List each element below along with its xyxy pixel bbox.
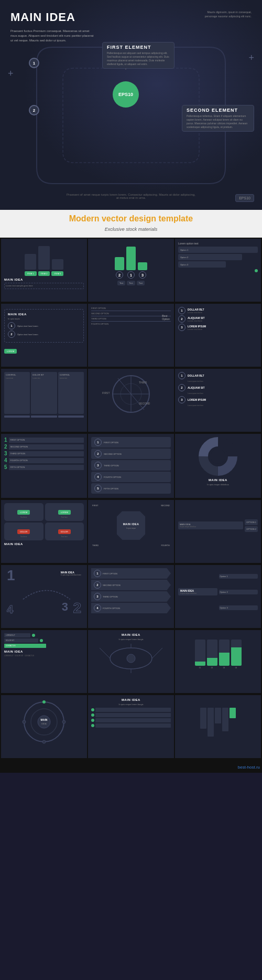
svg-text:FIRST: FIRST bbox=[102, 391, 110, 395]
tpl19-title: MAIN IDEA bbox=[4, 650, 84, 653]
hero-bottom-text: Praesent of amet neque turpis lorem lore… bbox=[66, 193, 196, 199]
plus-icon-left: + bbox=[8, 68, 14, 79]
num-box-1: 1 bbox=[29, 58, 39, 68]
num-circle-1: 1 bbox=[29, 58, 39, 68]
template-11: 1 FIRST OPTION 2 SECOND OPTION 3 THIRD O… bbox=[88, 434, 174, 498]
tpl14-opt1: FIRST bbox=[92, 504, 99, 507]
tpl13-btn4: DOLOR bbox=[58, 529, 71, 534]
tpl4-row2: 2 Option text here lorem bbox=[8, 331, 80, 338]
templates-grid: ITEM 1 ITEM 2 ITEM 3 MAIN IDEA Lorem tex… bbox=[0, 238, 262, 303]
svg-point-27 bbox=[42, 740, 46, 743]
svg-point-26 bbox=[42, 700, 46, 704]
tpl23-dot1 bbox=[91, 708, 94, 711]
tpl11-box2: 2 SECOND OPTION bbox=[91, 449, 171, 459]
template-7: CONTROL Lorem text DOLOR SIT Lorem text … bbox=[1, 369, 87, 432]
templates-grid-7: LOREM ELIT DOLOR SIT CONTACTUS MAIN IDEA… bbox=[0, 629, 262, 694]
tpl20-title: MAIN IDEA bbox=[91, 633, 171, 636]
svg-line-18 bbox=[152, 648, 162, 658]
tpl20-flow bbox=[91, 643, 171, 674]
template-19: LOREM ELIT DOLOR SIT CONTACTUS MAIN IDEA… bbox=[1, 630, 87, 693]
tpl3-bar3: Option 3 bbox=[178, 261, 226, 268]
tpl13-btn3: DOLOR bbox=[17, 529, 30, 534]
svg-point-29 bbox=[62, 720, 66, 723]
tpl22-circle: MAIN IDEA bbox=[4, 698, 84, 745]
tpl12-title: MAIN IDEA bbox=[178, 478, 258, 482]
first-element-box: FIRST ELEMENT Pellentesque est aliquam s… bbox=[102, 42, 174, 69]
tpl16-num2: 2 bbox=[73, 601, 81, 615]
hero-section: MAIN IDEA Praesent fuctus Premium conseq… bbox=[0, 0, 262, 210]
second-element-label: SECOND ELEMENT bbox=[187, 108, 249, 113]
tpl5-div1 bbox=[91, 311, 171, 311]
svg-point-14 bbox=[211, 449, 225, 464]
tpl4-row1: 1 Option text here lorem bbox=[8, 322, 80, 329]
tpl12-pie bbox=[178, 437, 258, 476]
num-circle-2: 2 bbox=[29, 105, 39, 115]
tpl16-num3: 4 bbox=[7, 604, 13, 615]
tpl8-circle: THIRD SECOND FIRST bbox=[91, 372, 171, 417]
hero-right-text: Mauris dignissim, ipsum in consequat, pe… bbox=[199, 10, 252, 18]
templates-grid-8: MAIN IDEA MAIN IDEA In quis neque lorem … bbox=[0, 694, 262, 759]
svg-text:SECOND: SECOND bbox=[139, 402, 150, 405]
tpl13-title: MAIN IDEA bbox=[4, 542, 84, 546]
template-8: THIRD SECOND FIRST bbox=[88, 369, 174, 432]
template-5: FIRST OPTION SECOND OPTION THIRD OPTION … bbox=[88, 304, 174, 367]
tpl12-subtitle: In quis neque doloribus bbox=[178, 483, 258, 486]
tpl5-div3 bbox=[91, 321, 171, 322]
tpl3-bar1: Option 1 bbox=[178, 247, 258, 253]
hero-title: MAIN IDEA bbox=[10, 10, 75, 24]
tpl11-box1: 1 FIRST OPTION bbox=[91, 437, 171, 448]
tpl23-dot3 bbox=[91, 719, 94, 722]
template-20: MAIN IDEA In quis neque lorem burgis bbox=[88, 630, 174, 693]
tpl6-row3: 3 LOREM IPSUM Lorem text here bbox=[178, 324, 258, 331]
eps-green-circle: EPS10 bbox=[113, 81, 139, 108]
plus-icon-right: + bbox=[248, 52, 254, 63]
tpl1-btn2: ITEM 2 bbox=[38, 271, 50, 276]
template-4: MAIN IDEA In quis turpis 1 Option text h… bbox=[1, 304, 87, 367]
banner-subtitle: Exclusive stock materials bbox=[105, 227, 158, 232]
first-element-label: FIRST ELEMENT bbox=[107, 45, 170, 50]
template-15: MAIN IDEA In quis neque doloribus OPTION… bbox=[175, 500, 261, 563]
template-22: MAIN IDEA bbox=[1, 695, 87, 758]
tpl3-dot bbox=[255, 269, 258, 272]
tpl23-dot2 bbox=[91, 713, 94, 717]
tpl14-opt4: FOURTH bbox=[161, 544, 170, 547]
svg-point-23 bbox=[38, 716, 50, 728]
tpl23-title: MAIN IDEA bbox=[91, 698, 171, 701]
tpl9-row3: 3 LOREM IPSUM bbox=[178, 396, 258, 403]
tpl4-subtitle: In quis turpis bbox=[8, 317, 80, 320]
num-box-2: 2 bbox=[29, 105, 39, 115]
template-10: 1 FIRST OPTION 2 SECOND OPTION 3 THIRD O… bbox=[1, 434, 87, 498]
tpl1-btn1: ITEM 1 bbox=[25, 271, 37, 276]
footer-watermark: best-host.ru bbox=[0, 759, 262, 773]
tpl20-subtitle: In quis neque lorem burgis bbox=[91, 638, 171, 641]
tpl11-box4: 4 FOURTH OPTION bbox=[91, 472, 171, 482]
tpl13-btn1: LOREM bbox=[17, 510, 30, 515]
svg-text:IDEA: IDEA bbox=[41, 722, 47, 725]
tpl16-num4: 3 bbox=[62, 601, 68, 613]
tpl9-row1: 1 DOLLAR BLT bbox=[178, 372, 258, 379]
svg-point-16 bbox=[127, 654, 135, 663]
templates-grid-4: 1 FIRST OPTION 2 SECOND OPTION 3 THIRD O… bbox=[0, 433, 262, 499]
tpl16-num1: 1 bbox=[7, 568, 15, 583]
template-24 bbox=[175, 695, 261, 758]
template-9: 1 DOLLAR BLT Lorem ipsum text here 2 ALI… bbox=[175, 369, 261, 432]
eps-badge: EPS10 bbox=[235, 194, 254, 202]
tpl11-box3: 3 THIRD OPTION bbox=[91, 460, 171, 471]
template-12: MAIN IDEA In quis neque doloribus bbox=[175, 434, 261, 498]
tpl23-subtitle: In quis neque lorem burgis bbox=[91, 703, 171, 706]
svg-text:THIRD: THIRD bbox=[139, 381, 147, 384]
second-element-desc: Pellentesque tellentus. Etiam if aliquam… bbox=[187, 114, 249, 129]
templates-grid-2: MAIN IDEA In quis turpis 1 Option text h… bbox=[0, 303, 262, 368]
svg-text:MAIN: MAIN bbox=[41, 718, 48, 721]
tpl1-btn3: ITEM 3 bbox=[51, 271, 63, 276]
title-banner: Modern vector design template Exclusive … bbox=[0, 210, 262, 238]
tpl14-opt2: SECOND bbox=[161, 504, 170, 507]
template-16: 1 MAIN IDEA In quis neque doloribus lore… bbox=[1, 565, 87, 628]
template-6: 1 DOLLAR BLT Lorem text here 2 ALIQUAM S… bbox=[175, 304, 261, 367]
tpl19-dot1 bbox=[32, 634, 35, 637]
tpl14-octagon: MAIN IDEA In quis neque bbox=[117, 511, 146, 540]
second-element-box: SECOND ELEMENT Pellentesque tellentus. E… bbox=[182, 105, 254, 132]
tpl16-curve bbox=[15, 579, 79, 602]
templates-grid-6: 1 MAIN IDEA In quis neque doloribus lore… bbox=[0, 564, 262, 629]
template-2: 2 1 3 Text Text Text bbox=[88, 239, 174, 302]
